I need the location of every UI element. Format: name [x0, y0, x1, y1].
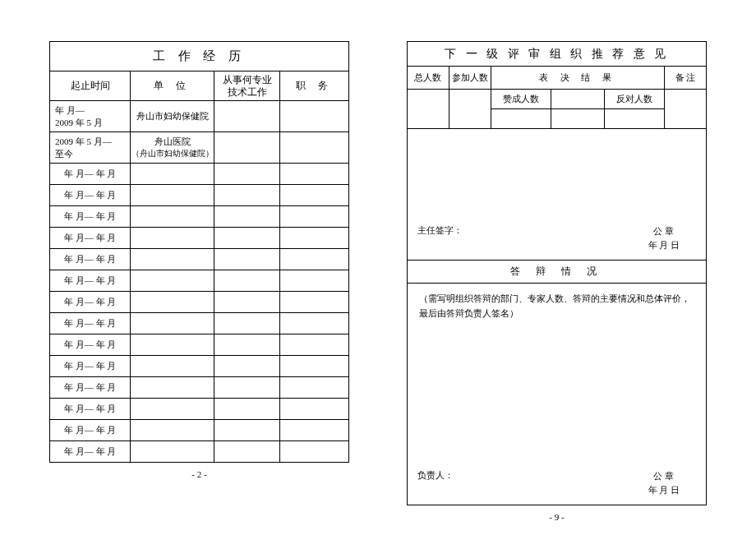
cell-time: 年 月— 年 月	[50, 249, 131, 270]
table-row: 年 月— 年 月	[50, 377, 349, 399]
cell-tech	[214, 270, 280, 292]
cell-time: 年 月— 年 月	[50, 206, 131, 228]
cell-unit	[131, 228, 214, 249]
left-page: 工 作 经 历 起止时间 单 位 从事何专业 技术工作 职 务 年 月—2009…	[49, 41, 349, 522]
cell-tech	[214, 132, 280, 164]
table-row: 年 月— 年 月	[50, 164, 349, 185]
right-page: 下 一 级 评 审 组 织 推 荐 意 见 总人数 参加人数 表 决 结 果 备…	[407, 41, 707, 522]
cell-time: 年 月— 年 月	[50, 441, 131, 463]
hdr-oppose: 反对人数	[605, 90, 665, 109]
director-sign-area: 主任签字： 公 章 年 月 日	[408, 129, 707, 261]
recommendation-table: 下 一 级 评 审 组 织 推 荐 意 见 总人数 参加人数 表 决 结 果 备…	[407, 41, 707, 505]
work-history-table: 工 作 经 历 起止时间 单 位 从事何专业 技术工作 职 务 年 月—2009…	[49, 41, 349, 463]
cell-time: 2009 年 5 月—至今	[50, 132, 131, 164]
table-row: 年 月— 年 月	[50, 228, 349, 249]
cell-pos	[280, 334, 349, 356]
cell-time: 年 月— 年 月	[50, 313, 131, 334]
defense-body: （需写明组织答辩的部门、专家人数、答辩的主要情况和总体评价，最后由答辩负责人签名…	[408, 284, 707, 505]
director-sign-label: 主任签字：	[417, 224, 463, 253]
cell-pos	[280, 441, 349, 463]
cell-pos	[280, 185, 349, 206]
left-title: 工 作 经 历	[50, 42, 349, 71]
table-row: 2009 年 5 月—至今舟山医院（舟山市妇幼保健院）	[50, 132, 349, 164]
val-oppose	[605, 109, 665, 129]
seal-date-2: 公 章 年 月 日	[648, 469, 697, 498]
cell-time: 年 月—2009 年 5 月	[50, 101, 131, 132]
hdr-time: 起止时间	[50, 71, 131, 101]
cell-unit: 舟山市妇幼保健院	[131, 101, 214, 132]
table-row: 年 月— 年 月	[50, 334, 349, 356]
hdr-unit: 单 位	[131, 71, 214, 101]
cell-time: 年 月— 年 月	[50, 292, 131, 313]
cell-tech	[214, 377, 280, 399]
cell-unit	[131, 270, 214, 292]
defense-title: 答 辩 情 况	[408, 261, 707, 284]
cell-pos	[280, 101, 349, 132]
cell-time: 年 月— 年 月	[50, 420, 131, 441]
right-page-no: - 9 -	[407, 512, 707, 522]
table-row: 年 月— 年 月	[50, 292, 349, 313]
cell-time: 年 月— 年 月	[50, 164, 131, 185]
val-part	[449, 90, 491, 129]
table-row: 年 月—2009 年 5 月舟山市妇幼保健院	[50, 101, 349, 132]
cell-tech	[214, 420, 280, 441]
cell-pos	[280, 132, 349, 164]
cell-tech	[214, 292, 280, 313]
cell-unit	[131, 399, 214, 420]
cell-unit	[131, 356, 214, 377]
cell-pos	[280, 377, 349, 399]
cell-time: 年 月— 年 月	[50, 334, 131, 356]
table-row: 年 月— 年 月	[50, 399, 349, 420]
table-row: 年 月— 年 月	[50, 206, 349, 228]
table-row: 年 月— 年 月	[50, 249, 349, 270]
cell-time: 年 月— 年 月	[50, 356, 131, 377]
cell-pos	[280, 228, 349, 249]
cell-pos	[280, 399, 349, 420]
cell-time: 年 月— 年 月	[50, 377, 131, 399]
cell-tech	[214, 164, 280, 185]
hdr-pos: 职 务	[280, 71, 349, 101]
hdr-agree: 赞成人数	[491, 90, 551, 109]
cell-tech	[214, 441, 280, 463]
table-row: 年 月— 年 月	[50, 420, 349, 441]
cell-unit	[131, 377, 214, 399]
cell-tech	[214, 228, 280, 249]
cell-unit	[131, 249, 214, 270]
cell-unit	[131, 185, 214, 206]
hdr-part: 参加人数	[449, 67, 491, 90]
cell-pos	[280, 249, 349, 270]
cell-tech	[214, 356, 280, 377]
val-agree-num	[551, 90, 605, 109]
cell-unit	[131, 441, 214, 463]
hdr-total: 总人数	[408, 67, 449, 90]
val-total	[408, 90, 449, 129]
cell-tech	[214, 101, 280, 132]
hdr-tech: 从事何专业 技术工作	[214, 71, 280, 101]
cell-pos	[280, 356, 349, 377]
cell-pos	[280, 313, 349, 334]
cell-unit	[131, 334, 214, 356]
hdr-remark: 备 注	[665, 67, 707, 90]
left-page-no: - 2 -	[49, 469, 349, 479]
cell-unit	[131, 313, 214, 334]
cell-pos	[280, 164, 349, 185]
cell-unit	[131, 292, 214, 313]
cell-unit	[131, 206, 214, 228]
cell-pos	[280, 206, 349, 228]
cell-time: 年 月— 年 月	[50, 228, 131, 249]
cell-unit	[131, 164, 214, 185]
cell-tech	[214, 313, 280, 334]
cell-tech	[214, 185, 280, 206]
defense-text: （需写明组织答辩的部门、专家人数、答辩的主要情况和总体评价，最后由答辩负责人签名…	[408, 284, 706, 329]
person-in-charge-label: 负责人：	[417, 469, 454, 498]
cell-tech	[214, 399, 280, 420]
table-row: 年 月— 年 月	[50, 185, 349, 206]
cell-time: 年 月— 年 月	[50, 270, 131, 292]
cell-tech	[214, 334, 280, 356]
cell-time: 年 月— 年 月	[50, 185, 131, 206]
table-row: 年 月— 年 月	[50, 441, 349, 463]
cell-pos	[280, 420, 349, 441]
cell-tech	[214, 206, 280, 228]
cell-pos	[280, 270, 349, 292]
hdr-result: 表 决 结 果	[491, 67, 664, 90]
